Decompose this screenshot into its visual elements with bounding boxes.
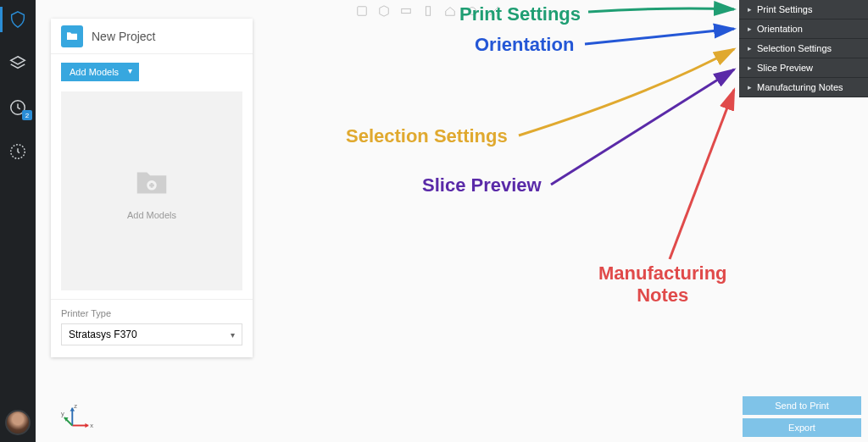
accordion-print-settings[interactable]: Print Settings: [739, 0, 868, 19]
queue-badge: 2: [22, 110, 32, 120]
rail-project-icon[interactable]: [0, 5, 36, 34]
annotation-manufacturing-notes: Manufacturing Notes: [598, 262, 727, 307]
printer-type-label: Printer Type: [61, 308, 242, 318]
annotation-orientation: Orientation: [475, 34, 574, 56]
axes-gizmo: x z y: [61, 401, 93, 434]
printer-section: Printer Type Stratasys F370: [51, 299, 253, 357]
right-buttons: Send to Print Export: [743, 396, 861, 437]
axis-z-label: z: [74, 402, 77, 410]
svg-rect-4: [402, 8, 411, 13]
project-panel: New Project Add Models Add Models Printe…: [51, 19, 253, 357]
send-to-print-button[interactable]: Send to Print: [743, 396, 861, 415]
accordion-label: Slice Preview: [757, 63, 813, 73]
axis-y-label: y: [61, 410, 64, 417]
accordion-label: Print Settings: [757, 4, 812, 14]
right-accordion: Print Settings Orientation Selection Set…: [739, 0, 868, 97]
left-rail: 2: [0, 0, 36, 442]
accordion-orientation[interactable]: Orientation: [739, 19, 868, 39]
accordion-label: Selection Settings: [757, 43, 832, 53]
printer-type-select[interactable]: Stratasys F370: [61, 323, 242, 345]
rail-history-icon[interactable]: [0, 137, 36, 166]
export-button[interactable]: Export: [743, 418, 861, 437]
annotation-print-settings: Print Settings: [459, 3, 581, 25]
accordion-label: Manufacturing Notes: [757, 82, 843, 92]
view-front-icon[interactable]: [354, 3, 370, 19]
annotation-selection-settings: Selection Settings: [346, 125, 508, 147]
accordion-slice-preview[interactable]: Slice Preview: [739, 58, 868, 78]
model-drop-text: Add Models: [127, 210, 176, 220]
project-header: New Project: [51, 19, 253, 54]
accordion-selection-settings[interactable]: Selection Settings: [739, 39, 868, 58]
svg-rect-5: [426, 7, 430, 16]
axis-x-label: x: [90, 422, 93, 429]
printer-type-value: Stratasys F370: [69, 329, 137, 340]
view-top-icon[interactable]: [398, 3, 414, 19]
avatar[interactable]: [5, 410, 31, 435]
rail-queue-icon[interactable]: 2: [0, 93, 36, 122]
svg-rect-3: [358, 7, 367, 16]
accordion-label: Orientation: [757, 24, 803, 34]
accordion-manufacturing-notes[interactable]: Manufacturing Notes: [739, 78, 868, 97]
annotation-slice-preview: Slice Preview: [422, 174, 542, 196]
folder-icon: [61, 25, 83, 47]
model-drop-area[interactable]: Add Models: [61, 91, 242, 290]
add-models-button[interactable]: Add Models: [61, 63, 139, 81]
project-title: New Project: [92, 30, 155, 43]
rail-layers-icon[interactable]: [0, 49, 36, 78]
view-iso-icon[interactable]: [376, 3, 392, 19]
view-home-icon[interactable]: [442, 3, 458, 19]
view-side-icon[interactable]: [420, 3, 436, 19]
add-models-icon: [129, 163, 175, 202]
svg-marker-8: [86, 423, 89, 428]
